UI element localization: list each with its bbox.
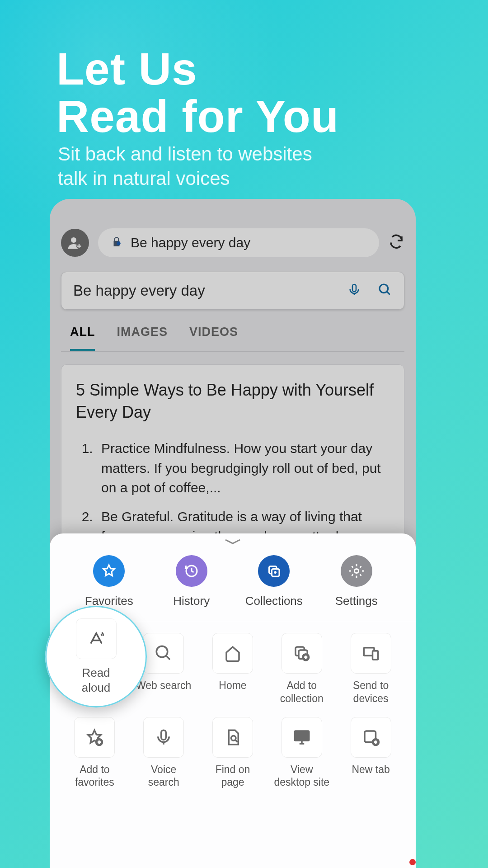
promo-sub-line2: talk in natural voices	[58, 168, 230, 189]
svg-rect-14	[372, 651, 378, 660]
microphone-icon	[347, 283, 361, 297]
read-aloud-label: Read aloud	[67, 665, 126, 695]
tab-images[interactable]: IMAGES	[117, 325, 168, 351]
promo-sub-line1: Sit back and listen to websites	[58, 143, 312, 165]
svg-rect-16	[161, 730, 166, 740]
history-button[interactable]: History	[158, 555, 225, 608]
url-text: Be happy every day	[131, 235, 250, 250]
voice-search-label: Voice search	[134, 763, 193, 789]
svg-rect-18	[295, 731, 309, 741]
search-icon	[154, 644, 173, 663]
search-tabs: ALL IMAGES VIDEOS	[61, 310, 404, 352]
new-tab-label: New tab	[352, 763, 389, 776]
phone-frame: Be happy every day Be happy every day AL…	[50, 199, 416, 868]
search-text: Be happy every day	[73, 282, 347, 299]
collections-button[interactable]: Collections	[240, 555, 308, 608]
star-icon	[101, 563, 117, 579]
add-collection-action[interactable]: Add to collection	[270, 633, 333, 705]
home-action[interactable]: Home	[202, 633, 264, 705]
add-favorites-label: Add to favorites	[65, 763, 124, 789]
read-aloud-icon-box	[76, 618, 117, 659]
read-aloud-highlight[interactable]: Read aloud	[45, 606, 147, 708]
settings-label: Settings	[335, 594, 378, 608]
lock-icon	[111, 236, 122, 250]
profile-avatar-button[interactable]	[61, 229, 89, 257]
person-add-icon	[67, 235, 83, 251]
promo-title-line1: Let Us	[56, 43, 197, 94]
url-bar[interactable]: Be happy every day	[98, 228, 379, 257]
svg-point-2	[117, 241, 121, 245]
collections-label: Collections	[245, 594, 303, 608]
notification-dot	[409, 859, 416, 865]
svg-rect-3	[352, 284, 356, 292]
refresh-button[interactable]	[388, 234, 404, 252]
view-desktop-label: View desktop site	[272, 763, 331, 789]
view-desktop-action[interactable]: View desktop site	[270, 717, 333, 789]
search-button[interactable]	[378, 283, 392, 299]
send-devices-label: Send to devices	[342, 679, 400, 705]
history-label: History	[173, 594, 210, 608]
browser-topbar: Be happy every day	[61, 228, 404, 257]
svg-point-0	[71, 237, 76, 243]
search-box[interactable]: Be happy every day	[61, 272, 404, 310]
microphone-icon	[154, 728, 173, 747]
gear-icon	[348, 563, 365, 579]
settings-button[interactable]: Settings	[323, 555, 390, 608]
favorites-button[interactable]: Favorites	[75, 555, 143, 608]
collections-icon	[266, 563, 282, 579]
new-tab-action[interactable]: New tab	[339, 717, 402, 789]
star-add-icon	[85, 728, 104, 747]
result-title: 5 Simple Ways to Be Happy with Yourself …	[76, 379, 389, 423]
web-search-label: Web search	[136, 679, 191, 692]
add-favorites-action[interactable]: Add to favorites	[63, 717, 126, 789]
tab-videos[interactable]: VIDEOS	[189, 325, 238, 351]
find-page-label: Find on page	[203, 763, 262, 789]
find-page-icon	[223, 728, 242, 747]
add-collection-label: Add to collection	[272, 679, 331, 705]
svg-point-8	[354, 569, 358, 573]
drag-handle[interactable]	[223, 537, 243, 548]
desktop-icon	[292, 728, 311, 747]
tab-all[interactable]: ALL	[70, 325, 95, 351]
voice-input-button[interactable]	[347, 283, 361, 299]
voice-search-action[interactable]: Voice search	[132, 717, 195, 789]
home-icon	[223, 644, 242, 663]
search-icon	[378, 283, 392, 297]
svg-point-9	[156, 646, 168, 657]
chevron-down-icon	[223, 537, 243, 546]
result-list: Practice Mindfulness. How you start your…	[76, 439, 389, 546]
promo-title-line2: Read for You	[56, 91, 339, 142]
svg-point-4	[380, 284, 388, 293]
result-item-1: Practice Mindfulness. How you start your…	[97, 439, 389, 498]
devices-icon	[361, 644, 380, 663]
refresh-icon	[388, 234, 404, 250]
send-devices-action[interactable]: Send to devices	[339, 633, 402, 705]
read-aloud-icon	[87, 629, 106, 648]
promo-title: Let Us Read for You	[56, 45, 339, 140]
find-page-action[interactable]: Find on page	[202, 717, 264, 789]
history-icon	[183, 563, 200, 579]
new-tab-icon	[361, 728, 380, 747]
promo-subtitle: Sit back and listen to websites talk in …	[58, 142, 312, 191]
home-label: Home	[219, 679, 246, 692]
add-collection-icon	[292, 644, 311, 663]
